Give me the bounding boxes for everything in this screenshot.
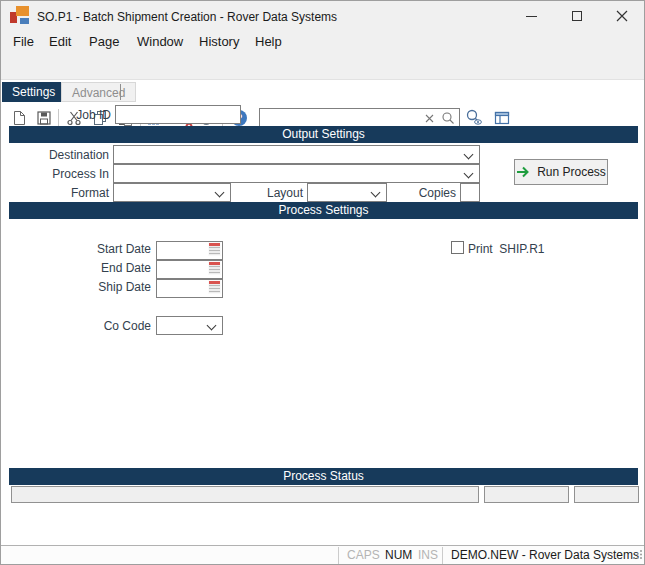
maximize-icon bbox=[572, 11, 582, 21]
statusbar-separator bbox=[338, 547, 339, 564]
tab-advanced[interactable]: Advanced bbox=[61, 82, 136, 102]
run-process-button[interactable]: Run Process bbox=[514, 159, 608, 185]
chevron-down-icon bbox=[464, 150, 474, 160]
menu-window[interactable]: Window bbox=[137, 31, 183, 53]
toolbar: ? bbox=[1, 53, 644, 80]
format-select[interactable] bbox=[113, 183, 231, 202]
menu-bar: File Edit Page Window History Help bbox=[1, 31, 644, 53]
session-info: DEMO.NEW - Rover Data Systems bbox=[451, 548, 639, 562]
resize-grip[interactable] bbox=[632, 549, 643, 563]
minimize-button[interactable] bbox=[509, 1, 554, 31]
start-date-field bbox=[156, 240, 223, 259]
job-id-label: Job ID bbox=[1, 108, 111, 122]
calendar-icon[interactable] bbox=[208, 261, 221, 275]
minimize-icon bbox=[526, 16, 537, 17]
print-ship-r1-checkbox[interactable] bbox=[451, 241, 464, 254]
tab-separator bbox=[120, 84, 121, 100]
end-date-field bbox=[156, 259, 223, 278]
ins-indicator: INS bbox=[418, 548, 438, 562]
chevron-down-icon bbox=[215, 188, 225, 198]
output-settings-header: Output Settings bbox=[9, 126, 638, 143]
end-date-label: End Date bbox=[1, 261, 151, 275]
ship-date-label: Ship Date bbox=[1, 280, 151, 294]
process-status-header: Process Status bbox=[9, 468, 638, 485]
process-settings-header: Process Settings bbox=[9, 202, 638, 219]
process-status-message bbox=[11, 486, 479, 503]
statusbar-separator bbox=[442, 547, 443, 564]
copies-label: Copies bbox=[399, 186, 456, 200]
job-id-input[interactable] bbox=[115, 105, 241, 124]
copies-input[interactable] bbox=[460, 183, 480, 202]
process-in-label: Process In bbox=[1, 167, 109, 181]
search-view-icon[interactable] bbox=[464, 108, 484, 128]
print-ship-r1-label: Print SHIP.R1 bbox=[468, 242, 544, 256]
menu-edit[interactable]: Edit bbox=[49, 31, 71, 53]
ship-date-field bbox=[156, 278, 223, 297]
chevron-down-icon bbox=[371, 188, 381, 198]
format-label: Format bbox=[1, 186, 109, 200]
calendar-icon[interactable] bbox=[208, 242, 221, 256]
co-code-select[interactable] bbox=[156, 316, 223, 335]
menu-help[interactable]: Help bbox=[255, 31, 282, 53]
chevron-down-icon bbox=[207, 321, 217, 331]
caps-indicator: CAPS bbox=[347, 548, 380, 562]
process-status-value-1 bbox=[484, 486, 569, 503]
close-icon bbox=[616, 10, 628, 22]
layout-label: Layout bbox=[241, 186, 303, 200]
search-clear-icon[interactable] bbox=[422, 111, 436, 125]
app-logo-icon bbox=[10, 6, 32, 26]
menu-page[interactable]: Page bbox=[89, 31, 119, 53]
process-status-value-2 bbox=[574, 486, 639, 503]
tab-settings[interactable]: Settings bbox=[2, 82, 65, 102]
process-in-select[interactable] bbox=[113, 164, 480, 183]
num-indicator: NUM bbox=[385, 548, 412, 562]
start-date-label: Start Date bbox=[1, 242, 151, 256]
run-arrow-icon bbox=[516, 166, 531, 178]
window-layout-icon[interactable] bbox=[492, 108, 512, 128]
co-code-label: Co Code bbox=[1, 319, 151, 333]
maximize-button[interactable] bbox=[554, 1, 599, 31]
close-button[interactable] bbox=[599, 1, 644, 31]
window-chrome: SO.P1 - Batch Shipment Creation - Rover … bbox=[1, 1, 644, 80]
window-title: SO.P1 - Batch Shipment Creation - Rover … bbox=[37, 10, 337, 24]
destination-select[interactable] bbox=[113, 145, 480, 164]
application-window: SO.P1 - Batch Shipment Creation - Rover … bbox=[0, 0, 645, 565]
chevron-down-icon bbox=[464, 169, 474, 179]
menu-file[interactable]: File bbox=[13, 31, 34, 53]
calendar-icon[interactable] bbox=[208, 280, 221, 294]
destination-label: Destination bbox=[1, 148, 109, 162]
status-bar: CAPS NUM INS DEMO.NEW - Rover Data Syste… bbox=[1, 545, 644, 564]
search-magnifier-icon[interactable] bbox=[440, 110, 456, 126]
menu-history[interactable]: History bbox=[199, 31, 239, 53]
layout-select[interactable] bbox=[307, 183, 387, 202]
